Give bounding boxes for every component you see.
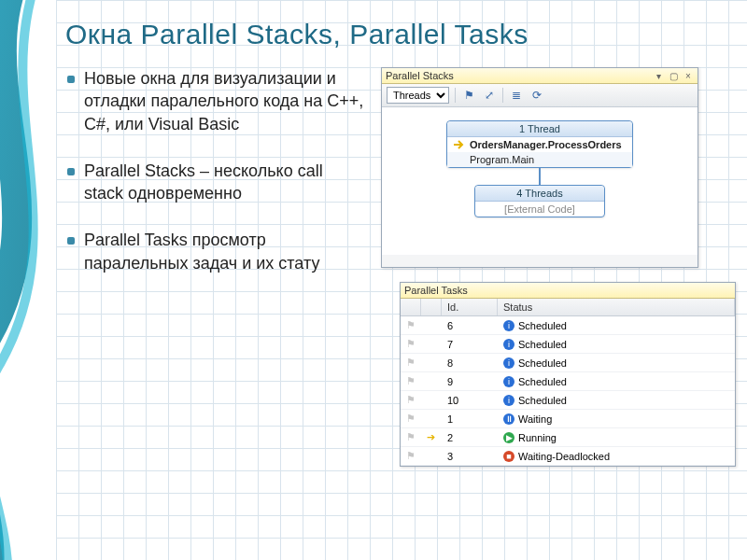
bullet-item: Новые окна для визуализации и отладки па… — [65, 67, 364, 135]
status-icon: ▶ — [503, 432, 514, 443]
task-id: 7 — [442, 337, 498, 352]
status-icon: i — [503, 376, 514, 387]
stack-box-header: 4 Threads — [475, 186, 604, 202]
task-status: Scheduled — [518, 320, 567, 331]
tasks-column-headers: Id. Status — [401, 299, 735, 316]
stack-frame-label: OrdersManager.ProcessOrders — [470, 139, 622, 150]
bullet-item: Parallel Tasks просмотр паралельных зада… — [65, 229, 364, 274]
parallel-stacks-titlebar: Parallel Stacks ▾ ▢ × — [382, 68, 698, 84]
status-icon: i — [503, 395, 514, 406]
current-frame-arrow-icon — [453, 139, 466, 150]
task-row[interactable]: ⚑8iScheduled — [401, 354, 735, 372]
stacks-graph-area[interactable]: 1 Thread OrdersManager.ProcessOrders Pro… — [382, 107, 698, 255]
task-row[interactable]: ⚑3■Waiting-Deadlocked — [401, 447, 735, 466]
dropdown-position-icon[interactable]: ▾ — [653, 70, 664, 81]
task-status: Scheduled — [518, 357, 567, 369]
zoom-toggle-icon[interactable]: ⤢ — [482, 88, 497, 103]
toolbar-separator — [455, 88, 456, 103]
column-id[interactable]: Id. — [442, 299, 498, 315]
flag-icon[interactable]: ⚑ — [406, 338, 416, 350]
stack-frame-label: Program.Main — [470, 154, 534, 165]
parallel-tasks-title: Parallel Tasks — [404, 285, 468, 296]
task-status: Scheduled — [518, 376, 567, 387]
column-current[interactable] — [421, 299, 442, 315]
flag-icon[interactable]: ⚑ — [406, 394, 416, 406]
slide-title: Окна Parallel Stacks, Parallel Tasks — [65, 19, 738, 50]
flag-filter-icon[interactable]: ⚑ — [461, 88, 476, 103]
flag-icon[interactable]: ⚑ — [406, 413, 416, 425]
autohide-icon[interactable]: ▢ — [668, 70, 679, 81]
task-row[interactable]: ⚑6iScheduled — [401, 316, 735, 335]
flag-icon[interactable]: ⚑ — [406, 375, 416, 387]
tasks-rows: ⚑6iScheduled⚑7iScheduled⚑8iScheduled⚑9iS… — [401, 316, 735, 466]
status-icon: i — [503, 357, 514, 369]
parallel-stacks-panel: Parallel Stacks ▾ ▢ × Threads ⚑ ⤢ ≣ — [381, 67, 698, 268]
view-mode-select[interactable]: Threads — [387, 87, 449, 104]
parallel-tasks-titlebar: Parallel Tasks — [401, 283, 735, 299]
parallel-tasks-panel: Parallel Tasks Id. Status ⚑6iScheduled⚑7… — [400, 282, 736, 467]
task-status: Scheduled — [518, 339, 567, 350]
task-status: Waiting-Deadlocked — [518, 451, 610, 462]
toggle-method-view-icon[interactable]: ≣ — [509, 88, 524, 103]
task-id: 6 — [442, 318, 498, 333]
flag-icon[interactable]: ⚑ — [406, 357, 416, 369]
flag-icon[interactable]: ⚑ — [406, 450, 416, 462]
stack-frame[interactable]: [External Code] — [475, 202, 604, 217]
column-status[interactable]: Status — [498, 299, 735, 315]
current-task-arrow-icon: ➔ — [427, 431, 435, 443]
flag-icon[interactable]: ⚑ — [406, 319, 416, 331]
bullet-item: Parallel Stacks – несколько call stack о… — [65, 160, 364, 205]
column-flag[interactable] — [401, 299, 421, 315]
task-id: 10 — [442, 393, 498, 408]
stack-box-threads[interactable]: 4 Threads [External Code] — [474, 185, 605, 217]
close-icon[interactable]: × — [683, 70, 694, 81]
stack-frame-label: [External Code] — [504, 203, 575, 215]
parallel-stacks-title: Parallel Stacks — [386, 70, 454, 81]
stack-box-thread[interactable]: 1 Thread OrdersManager.ProcessOrders Pro… — [446, 120, 633, 168]
status-icon: ■ — [503, 451, 514, 462]
task-row[interactable]: ⚑10iScheduled — [401, 391, 735, 410]
status-icon: ⏸ — [503, 413, 514, 425]
task-id: 2 — [442, 430, 498, 445]
task-status: Scheduled — [518, 395, 567, 406]
task-row[interactable]: ⚑➔2▶Running — [401, 428, 735, 447]
status-icon: i — [503, 320, 514, 331]
task-status: Running — [518, 432, 557, 443]
status-icon: i — [503, 339, 514, 350]
stack-frame[interactable]: OrdersManager.ProcessOrders — [447, 137, 632, 152]
task-id: 3 — [442, 449, 498, 464]
task-row[interactable]: ⚑7iScheduled — [401, 335, 735, 354]
toolbar-separator — [502, 88, 503, 103]
task-id: 8 — [442, 356, 498, 371]
task-id: 9 — [442, 374, 498, 389]
stack-frame[interactable]: Program.Main — [447, 152, 632, 167]
stack-connector — [539, 168, 541, 185]
parallel-stacks-toolbar: Threads ⚑ ⤢ ≣ ⟳ — [382, 84, 698, 107]
task-row[interactable]: ⚑1⏸Waiting — [401, 410, 735, 428]
stack-box-header: 1 Thread — [447, 121, 632, 137]
task-status: Waiting — [518, 413, 552, 425]
bullet-list: Новые окна для визуализации и отладки па… — [65, 67, 364, 299]
task-row[interactable]: ⚑9iScheduled — [401, 372, 735, 391]
auto-scroll-icon[interactable]: ⟳ — [529, 88, 544, 103]
flag-icon[interactable]: ⚑ — [406, 431, 416, 443]
task-id: 1 — [442, 412, 498, 427]
